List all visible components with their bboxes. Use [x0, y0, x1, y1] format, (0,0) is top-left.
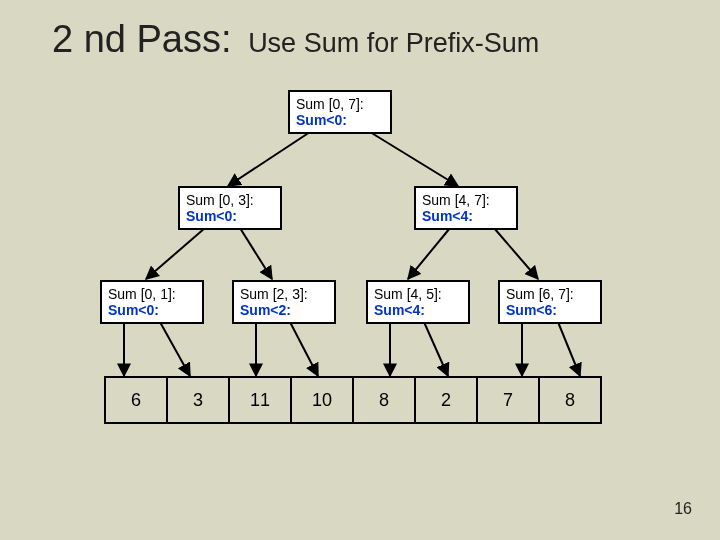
tree-node-0-1: Sum [0, 1]: Sum<0:	[100, 280, 204, 324]
tree-node-6-7: Sum [6, 7]: Sum<6:	[498, 280, 602, 324]
svg-line-7	[160, 322, 190, 376]
node-prefix: Sum<4:	[374, 302, 462, 318]
svg-line-3	[240, 228, 272, 279]
slide-title: 2 nd Pass: Use Sum for Prefix-Sum	[52, 18, 539, 61]
node-prefix: Sum<6:	[506, 302, 594, 318]
svg-line-9	[290, 322, 318, 376]
page-number: 16	[674, 500, 692, 518]
node-range: Sum [4, 7]:	[422, 192, 510, 208]
tree-edges	[0, 0, 720, 540]
svg-line-11	[424, 322, 448, 376]
node-range: Sum [2, 3]:	[240, 286, 328, 302]
array-cells: 6 3 11 10 8 2 7 8	[104, 376, 602, 424]
tree-node-4-5: Sum [4, 5]: Sum<4:	[366, 280, 470, 324]
array-cell: 2	[414, 376, 478, 424]
node-prefix: Sum<0:	[296, 112, 384, 128]
node-prefix: Sum<2:	[240, 302, 328, 318]
svg-line-1	[370, 132, 458, 186]
title-main: 2 nd Pass:	[52, 18, 232, 60]
node-range: Sum [0, 1]:	[108, 286, 196, 302]
node-prefix: Sum<0:	[186, 208, 274, 224]
array-cell: 8	[538, 376, 602, 424]
node-range: Sum [0, 7]:	[296, 96, 384, 112]
node-prefix: Sum<0:	[108, 302, 196, 318]
node-range: Sum [4, 5]:	[374, 286, 462, 302]
node-range: Sum [0, 3]:	[186, 192, 274, 208]
array-cell: 6	[104, 376, 168, 424]
svg-line-2	[146, 228, 205, 279]
array-cell: 8	[352, 376, 416, 424]
title-sub: Use Sum for Prefix-Sum	[248, 28, 539, 58]
svg-line-5	[494, 228, 538, 279]
tree-node-root: Sum [0, 7]: Sum<0:	[288, 90, 392, 134]
array-cell: 10	[290, 376, 354, 424]
array-cell: 11	[228, 376, 292, 424]
tree-node-0-3: Sum [0, 3]: Sum<0:	[178, 186, 282, 230]
node-range: Sum [6, 7]:	[506, 286, 594, 302]
node-prefix: Sum<4:	[422, 208, 510, 224]
svg-line-0	[228, 132, 310, 186]
tree-node-4-7: Sum [4, 7]: Sum<4:	[414, 186, 518, 230]
svg-line-4	[408, 228, 450, 279]
tree-node-2-3: Sum [2, 3]: Sum<2:	[232, 280, 336, 324]
svg-line-13	[558, 322, 580, 376]
array-cell: 7	[476, 376, 540, 424]
array-cell: 3	[166, 376, 230, 424]
